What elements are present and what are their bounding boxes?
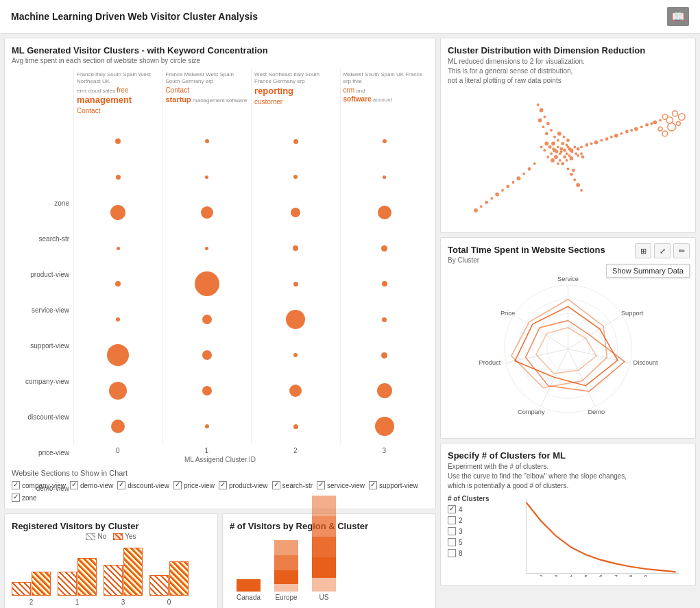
svg-text:Discount: Discount (633, 359, 658, 366)
svg-point-76 (542, 125, 544, 128)
svg-point-2 (559, 147, 563, 151)
svg-point-11 (566, 152, 568, 155)
svg-point-65 (495, 193, 499, 197)
svg-point-89 (570, 150, 573, 153)
expand-btn[interactable]: ⤢ (654, 243, 671, 258)
svg-point-16 (568, 154, 571, 157)
svg-point-64 (501, 189, 504, 192)
bubble-price-3 (340, 373, 429, 409)
bubble-product-1 (162, 195, 252, 230)
svg-point-10 (561, 142, 564, 145)
y-axis-labels: zone search-str product-view service-vie… (12, 185, 73, 506)
bubble-service-1 (162, 230, 252, 266)
svg-line-98 (568, 318, 618, 349)
svg-point-47 (650, 122, 653, 125)
bubble-price-2 (251, 373, 340, 409)
svg-point-38 (605, 137, 609, 141)
bubble-company-2 (251, 302, 340, 337)
cb-support-view[interactable]: support-view (369, 481, 418, 489)
svg-line-99 (568, 349, 631, 363)
svg-point-27 (561, 162, 564, 165)
cluster-options: # of Clusters 4 2 3 5 (448, 495, 688, 579)
cb-product-view[interactable]: product-view (219, 481, 268, 489)
registered-visitors-card: Registered Visitors by Cluster No Yes 2 (4, 513, 218, 608)
cb-price-view[interactable]: price-view (173, 481, 215, 489)
svg-text:4: 4 (569, 574, 572, 577)
cluster-check-3[interactable]: 3 (448, 527, 503, 535)
bubble-support-3 (340, 266, 429, 302)
svg-point-39 (610, 136, 613, 138)
cb-demo-view[interactable]: demo-view (70, 481, 113, 489)
table-btn[interactable]: ⊞ (635, 243, 651, 258)
svg-point-52 (673, 111, 678, 117)
svg-text:3: 3 (555, 574, 558, 577)
svg-point-78 (567, 168, 570, 171)
svg-point-58 (533, 162, 536, 165)
svg-point-56 (662, 131, 668, 136)
bubble-discount-2 (251, 337, 340, 373)
svg-point-71 (546, 122, 550, 125)
book-icon[interactable]: 📖 (667, 7, 689, 26)
bar-cluster-2: 2 (12, 572, 51, 606)
bubble-support-0 (73, 266, 162, 302)
svg-text:7: 7 (614, 574, 618, 577)
clusters-label: # of Clusters (448, 495, 503, 502)
svg-point-57 (658, 127, 662, 131)
cluster-check-8[interactable]: 8 (448, 549, 503, 557)
sections-label: Website Sections to Show in Chart (12, 469, 429, 477)
radar-chart: Service Support Discount Demo Company Pr… (448, 267, 688, 431)
svg-point-49 (659, 119, 662, 121)
svg-text:Demo: Demo (588, 409, 605, 415)
svg-point-36 (594, 141, 599, 145)
bubble-company-0 (73, 302, 162, 337)
app-title: Machine Learning Driven Web Visitor Clus… (11, 11, 258, 22)
svg-text:Company: Company (518, 409, 545, 415)
svg-point-48 (653, 120, 657, 124)
edit-btn[interactable]: ✏ (673, 243, 690, 258)
registered-visitors-title: Registered Visitors by Cluster (12, 521, 210, 531)
svg-point-6 (563, 149, 566, 152)
region-europe: Europe (274, 540, 298, 601)
bubble-service-2 (251, 230, 340, 266)
svg-point-9 (557, 139, 559, 142)
cluster-check-4[interactable]: 4 (448, 505, 503, 513)
svg-point-4 (554, 155, 558, 159)
registered-legend: No Yes (12, 533, 210, 540)
cb-discount-view[interactable]: discount-view (117, 481, 169, 489)
svg-point-12 (546, 156, 549, 158)
svg-point-37 (600, 139, 603, 142)
svg-point-67 (485, 201, 488, 204)
keyword-col-2: West Northeast Italy South France German… (251, 69, 340, 123)
bubble-discount-1 (162, 337, 252, 373)
radar-chart-card: Total Time Spent in Website Sections By … (440, 237, 696, 439)
svg-point-62 (512, 181, 515, 184)
svg-line-100 (568, 349, 595, 406)
bar-cluster-0: 0 (149, 561, 189, 606)
svg-point-86 (577, 154, 579, 157)
cb-service-view[interactable]: service-view (317, 481, 365, 489)
cluster-spec-card: Specify # of Clusters for ML Experiment … (440, 443, 696, 586)
registered-bar-chart: 2 1 (12, 544, 210, 608)
svg-text:8: 8 (629, 574, 633, 577)
bubble-product-0 (73, 195, 162, 230)
svg-point-66 (490, 197, 493, 200)
region-canada: Canada (237, 579, 261, 601)
svg-point-44 (634, 127, 638, 131)
x-label-1: 1 (162, 447, 252, 454)
svg-point-75 (545, 132, 548, 135)
svg-point-61 (516, 176, 520, 180)
svg-point-83 (572, 169, 575, 172)
bubble-search-3 (340, 159, 429, 195)
svg-marker-111 (515, 306, 618, 386)
svg-point-53 (668, 123, 676, 131)
svg-point-19 (548, 145, 552, 149)
cb-search-str[interactable]: search-str (272, 481, 313, 489)
svg-text:Service: Service (557, 276, 579, 282)
svg-point-70 (550, 129, 553, 132)
cluster-check-5[interactable]: 5 (448, 538, 503, 546)
bubble-demo-0 (73, 409, 162, 444)
cluster-check-2[interactable]: 2 (448, 516, 503, 524)
svg-text:Price: Price (500, 310, 515, 317)
bubble-chart-card: ML Generated Visitor Clusters - with Key… (4, 38, 436, 509)
svg-point-32 (540, 145, 543, 148)
